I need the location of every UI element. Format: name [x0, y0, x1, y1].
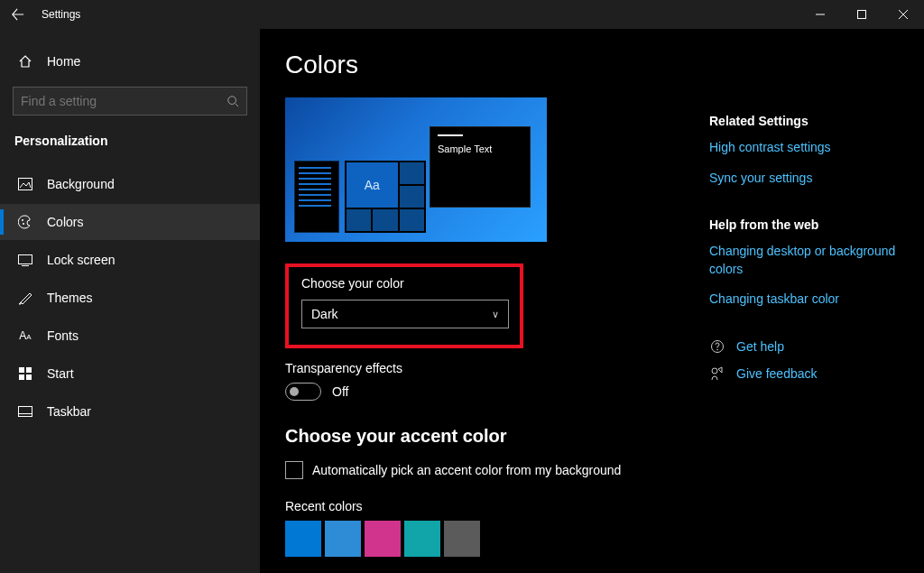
maximize-button[interactable]	[841, 0, 882, 29]
link-changing-desktop[interactable]: Changing desktop or background colors	[709, 243, 915, 278]
svg-rect-13	[19, 374, 24, 380]
sidebar-item-label: Lock screen	[47, 253, 115, 267]
minimize-icon	[816, 10, 825, 19]
svg-point-4	[228, 97, 236, 105]
page-title: Colors	[285, 51, 700, 79]
sidebar-item-lock-screen[interactable]: Lock screen	[0, 242, 260, 278]
close-button[interactable]	[882, 0, 924, 29]
svg-point-18	[716, 349, 718, 351]
preview-start-mock: Aa	[294, 161, 426, 233]
recent-colors	[285, 521, 700, 557]
link-high-contrast[interactable]: High contrast settings	[709, 139, 915, 157]
transparency-toggle[interactable]	[285, 383, 321, 401]
taskbar-icon	[14, 406, 36, 417]
sidebar-item-colors[interactable]: Colors	[0, 204, 260, 240]
window-controls	[799, 0, 924, 29]
back-arrow-icon	[12, 8, 24, 21]
related-settings: Related Settings High contrast settings …	[709, 114, 915, 187]
svg-line-5	[236, 104, 239, 107]
close-icon	[899, 10, 908, 19]
link-changing-taskbar[interactable]: Changing taskbar color	[709, 291, 915, 309]
sidebar-item-themes[interactable]: Themes	[0, 280, 260, 316]
sidebar-item-label: Themes	[47, 291, 93, 305]
feedback-icon	[709, 366, 725, 381]
svg-rect-14	[26, 374, 32, 380]
choose-color-label: Choose your color	[301, 276, 507, 291]
choose-color-value: Dark	[311, 307, 338, 321]
lock-screen-icon	[14, 254, 36, 266]
sidebar-item-label: Start	[47, 366, 74, 381]
svg-point-8	[23, 223, 24, 225]
choose-color-dropdown[interactable]: Dark ∨	[301, 300, 509, 328]
choose-color-highlight: Choose your color Dark ∨	[285, 263, 523, 348]
color-swatch[interactable]	[404, 521, 440, 557]
fonts-icon: AA	[14, 329, 36, 342]
search-box[interactable]	[13, 87, 247, 116]
transparency-state: Off	[332, 384, 348, 399]
minimize-button[interactable]	[799, 0, 841, 29]
svg-rect-1	[858, 11, 866, 19]
svg-rect-15	[19, 407, 32, 417]
home-button[interactable]: Home	[0, 45, 260, 78]
svg-point-19	[712, 368, 717, 374]
svg-rect-11	[19, 367, 24, 373]
svg-rect-9	[19, 254, 32, 263]
chevron-down-icon: ∨	[492, 309, 499, 320]
svg-point-7	[22, 219, 23, 221]
sidebar-item-label: Taskbar	[47, 404, 91, 419]
sidebar-item-start[interactable]: Start	[0, 356, 260, 392]
recent-colors-label: Recent colors	[285, 499, 700, 513]
auto-accent-label: Automatically pick an accent color from …	[312, 463, 621, 477]
web-help-heading: Help from the web	[709, 217, 915, 232]
preview-sample-text: Sample Text	[438, 143, 492, 154]
color-swatch[interactable]	[325, 521, 361, 557]
back-button[interactable]	[0, 0, 36, 29]
home-label: Home	[47, 54, 80, 69]
start-icon	[14, 367, 36, 380]
sidebar-item-taskbar[interactable]: Taskbar	[0, 393, 260, 430]
maximize-icon	[857, 10, 866, 19]
color-swatch[interactable]	[365, 521, 401, 557]
palette-icon	[14, 215, 36, 229]
sidebar-item-background[interactable]: Background	[0, 166, 260, 202]
search-input[interactable]	[21, 94, 226, 108]
themes-icon	[14, 291, 36, 305]
svg-rect-6	[19, 179, 32, 190]
svg-rect-12	[26, 367, 32, 373]
window-title: Settings	[42, 8, 80, 21]
checkbox-box-icon	[285, 461, 303, 479]
link-give-feedback[interactable]: Give feedback	[736, 366, 818, 381]
color-preview: Sample Text Aa	[285, 97, 547, 242]
accent-heading: Choose your accent color	[285, 426, 700, 447]
search-icon	[226, 95, 239, 107]
titlebar: Settings	[0, 0, 924, 29]
help-from-web: Help from the web Changing desktop or ba…	[709, 217, 915, 309]
sidebar: Home Personalization Background Colors L…	[0, 29, 260, 573]
sidebar-item-label: Fonts	[47, 328, 79, 343]
preview-aa: Aa	[346, 162, 398, 208]
category-label: Personalization	[0, 128, 260, 166]
picture-icon	[14, 178, 36, 190]
preview-sample-card: Sample Text	[430, 126, 531, 208]
sidebar-item-fonts[interactable]: AA Fonts	[0, 318, 260, 354]
link-get-help[interactable]: Get help	[736, 339, 784, 354]
sidebar-item-label: Colors	[47, 215, 83, 229]
home-icon	[14, 54, 36, 69]
main-content: Colors Sample Text Aa Choose your color	[260, 29, 924, 573]
nav-list: Background Colors Lock screen Themes AA …	[0, 166, 260, 430]
related-heading: Related Settings	[709, 114, 915, 128]
help-icon	[709, 339, 725, 354]
auto-accent-checkbox[interactable]: Automatically pick an accent color from …	[285, 461, 700, 479]
color-swatch[interactable]	[444, 521, 480, 557]
support-links: Get help Give feedback	[709, 339, 915, 381]
transparency-label: Transparency effects	[285, 361, 700, 375]
link-sync-settings[interactable]: Sync your settings	[709, 170, 915, 188]
color-swatch[interactable]	[285, 521, 321, 557]
sidebar-item-label: Background	[47, 177, 115, 191]
